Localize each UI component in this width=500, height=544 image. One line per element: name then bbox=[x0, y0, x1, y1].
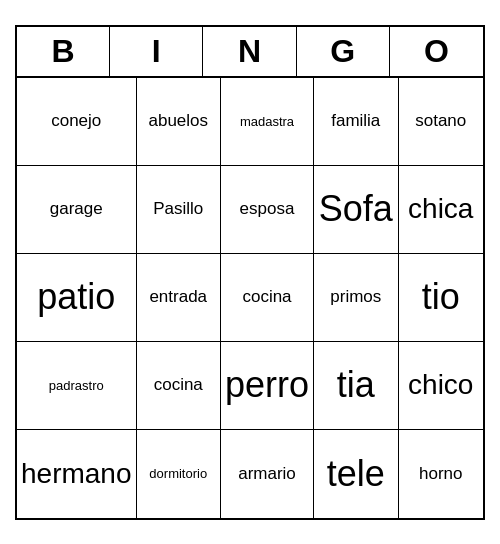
cell-text: hermano bbox=[21, 458, 132, 490]
cell-text: perro bbox=[225, 364, 309, 406]
cell-text: primos bbox=[330, 287, 381, 307]
bingo-cell: cocina bbox=[137, 342, 221, 430]
bingo-header-letter: N bbox=[203, 27, 296, 76]
cell-text: patio bbox=[37, 276, 115, 318]
bingo-cell: familia bbox=[314, 78, 398, 166]
bingo-cell: conejo bbox=[17, 78, 137, 166]
bingo-cell: tele bbox=[314, 430, 398, 518]
bingo-header-letter: G bbox=[297, 27, 390, 76]
cell-text: conejo bbox=[51, 111, 101, 131]
bingo-cell: chica bbox=[399, 166, 483, 254]
bingo-cell: madastra bbox=[221, 78, 314, 166]
bingo-cell: padrastro bbox=[17, 342, 137, 430]
cell-text: tele bbox=[327, 453, 385, 495]
bingo-cell: Sofa bbox=[314, 166, 398, 254]
bingo-header-letter: I bbox=[110, 27, 203, 76]
bingo-card: BINGO conejoabuelosmadastrafamiliasotano… bbox=[15, 25, 485, 520]
cell-text: cocina bbox=[154, 375, 203, 395]
bingo-cell: chico bbox=[399, 342, 483, 430]
cell-text: chica bbox=[408, 193, 473, 225]
cell-text: dormitorio bbox=[149, 466, 207, 481]
bingo-cell: patio bbox=[17, 254, 137, 342]
bingo-cell: tio bbox=[399, 254, 483, 342]
cell-text: abuelos bbox=[148, 111, 208, 131]
bingo-cell: abuelos bbox=[137, 78, 221, 166]
cell-text: garage bbox=[50, 199, 103, 219]
cell-text: padrastro bbox=[49, 378, 104, 393]
cell-text: esposa bbox=[240, 199, 295, 219]
cell-text: tia bbox=[337, 364, 375, 406]
bingo-cell: horno bbox=[399, 430, 483, 518]
bingo-cell: esposa bbox=[221, 166, 314, 254]
bingo-grid: conejoabuelosmadastrafamiliasotanogarage… bbox=[17, 78, 483, 518]
bingo-cell: sotano bbox=[399, 78, 483, 166]
bingo-cell: hermano bbox=[17, 430, 137, 518]
cell-text: cocina bbox=[242, 287, 291, 307]
bingo-cell: armario bbox=[221, 430, 314, 518]
cell-text: armario bbox=[238, 464, 296, 484]
bingo-cell: tia bbox=[314, 342, 398, 430]
cell-text: tio bbox=[422, 276, 460, 318]
bingo-cell: dormitorio bbox=[137, 430, 221, 518]
bingo-cell: perro bbox=[221, 342, 314, 430]
cell-text: chico bbox=[408, 369, 473, 401]
cell-text: madastra bbox=[240, 114, 294, 129]
cell-text: Sofa bbox=[319, 188, 393, 230]
bingo-cell: garage bbox=[17, 166, 137, 254]
cell-text: horno bbox=[419, 464, 462, 484]
cell-text: sotano bbox=[415, 111, 466, 131]
cell-text: familia bbox=[331, 111, 380, 131]
bingo-cell: primos bbox=[314, 254, 398, 342]
cell-text: Pasillo bbox=[153, 199, 203, 219]
bingo-header: BINGO bbox=[17, 27, 483, 78]
bingo-header-letter: B bbox=[17, 27, 110, 76]
bingo-header-letter: O bbox=[390, 27, 483, 76]
bingo-cell: Pasillo bbox=[137, 166, 221, 254]
cell-text: entrada bbox=[149, 287, 207, 307]
bingo-cell: entrada bbox=[137, 254, 221, 342]
bingo-cell: cocina bbox=[221, 254, 314, 342]
